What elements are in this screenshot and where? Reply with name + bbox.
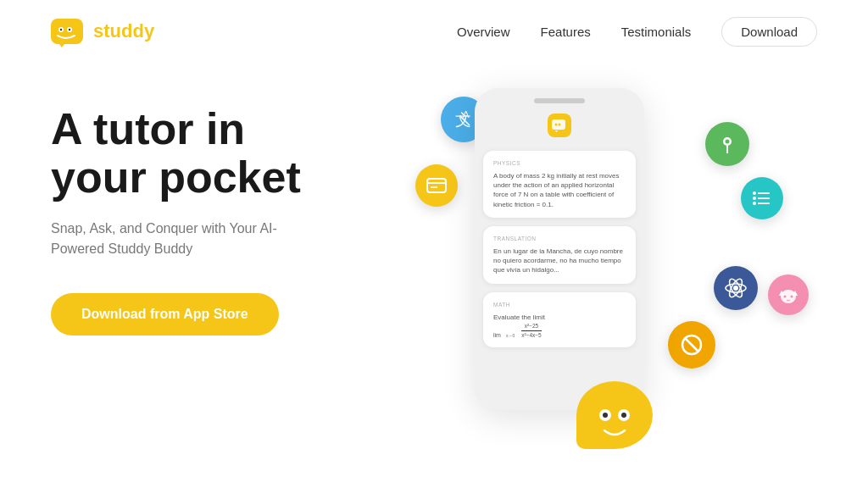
- svg-point-4: [69, 29, 70, 30]
- translation-label: TRANSLATION: [493, 235, 626, 242]
- download-app-store-button[interactable]: Download from App Store: [51, 293, 279, 336]
- phone-notch: [534, 98, 585, 103]
- svg-point-18: [753, 191, 756, 195]
- math-formula: lim x→0 x²−25 x²−4x−5: [493, 322, 626, 340]
- translation-text: En un lugar de la Mancha, de cuyo nombre…: [493, 247, 626, 275]
- right-eye: [618, 409, 630, 421]
- svg-point-21: [733, 286, 738, 291]
- nav: Overview Features Testimonials Download: [457, 17, 817, 47]
- card-icon: [415, 164, 458, 207]
- studdy-bubble: [576, 381, 653, 449]
- svg-marker-5: [59, 44, 64, 47]
- svg-marker-35: [555, 130, 558, 132]
- hero-subtitle: Snap, Ask, and Conquer with Your AI-Powe…: [51, 219, 288, 259]
- math-label: MATH: [493, 301, 626, 308]
- translation-card: TRANSLATION En un lugar de la Mancha, de…: [483, 226, 636, 284]
- svg-point-2: [60, 29, 62, 30]
- math-card: MATH Evaluate the limit lim x→0 x²−25 x²…: [483, 292, 636, 348]
- left-pupil: [603, 413, 608, 418]
- hero-section: A tutor in your pocket Snap, Ask, and Co…: [0, 63, 868, 483]
- phone-app-icon: [548, 114, 571, 137]
- hero-title: A tutor in your pocket: [51, 105, 407, 202]
- physics-text: A body of mass 2 kg initially at rest mo…: [493, 171, 626, 209]
- svg-line-26: [685, 338, 698, 352]
- nav-testimonials[interactable]: Testimonials: [621, 25, 692, 39]
- logo[interactable]: studdy: [51, 15, 154, 47]
- logo-icon: [51, 15, 86, 47]
- phone-mockup: PHYSICS A body of mass 2 kg initially at…: [475, 88, 644, 410]
- svg-point-20: [753, 202, 756, 205]
- list-icon: [741, 177, 783, 219]
- svg-point-27: [781, 290, 796, 303]
- svg-rect-0: [51, 19, 83, 44]
- studdy-character: [576, 381, 661, 458]
- svg-point-13: [726, 140, 730, 144]
- math-text: Evaluate the limit: [493, 313, 626, 322]
- physics-card: PHYSICS A body of mass 2 kg initially at…: [483, 151, 636, 218]
- nav-download-button[interactable]: Download: [721, 17, 817, 47]
- atom-icon: [714, 266, 758, 310]
- hero-right: 文 A: [407, 80, 817, 483]
- nav-features[interactable]: Features: [541, 25, 591, 39]
- left-eye: [599, 409, 611, 421]
- studdy-eyes: [599, 409, 630, 421]
- hero-left: A tutor in your pocket Snap, Ask, and Co…: [51, 80, 407, 336]
- no-icon: [668, 321, 715, 369]
- svg-text:A: A: [463, 108, 470, 119]
- logo-text: studdy: [93, 20, 154, 42]
- pin-icon: [705, 122, 749, 166]
- studdy-smile: [598, 429, 632, 439]
- nav-overview[interactable]: Overview: [457, 25, 510, 39]
- svg-point-30: [784, 296, 787, 298]
- header: studdy Overview Features Testimonials Do…: [0, 0, 868, 63]
- svg-point-34: [559, 124, 561, 126]
- cat-icon: [768, 274, 809, 315]
- svg-point-33: [555, 124, 558, 126]
- svg-rect-9: [427, 179, 446, 192]
- physics-label: PHYSICS: [493, 159, 626, 167]
- phone-content: PHYSICS A body of mass 2 kg initially at…: [475, 146, 644, 402]
- svg-point-19: [753, 197, 756, 200]
- right-pupil: [621, 413, 626, 418]
- svg-point-31: [791, 296, 793, 298]
